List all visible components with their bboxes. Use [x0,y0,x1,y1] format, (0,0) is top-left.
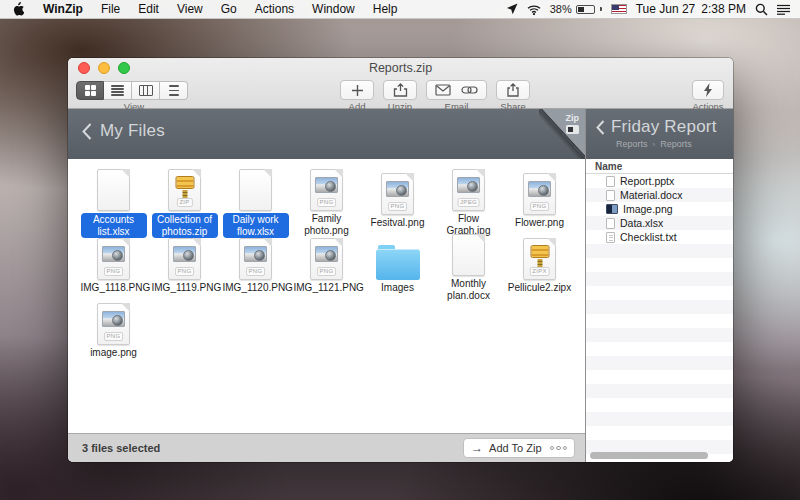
menu-clock[interactable]: Tue Jun 27 2:38 PM [636,2,746,16]
menu-items: FileEditViewGoActionsWindowHelp [92,2,407,16]
breadcrumb-item[interactable]: Reports [660,139,692,149]
file-item[interactable]: ZIPXPellicule2.zipx [504,234,575,299]
menu-item-go[interactable]: Go [212,2,246,16]
zip-file-name: Report.pptx [620,175,674,187]
zip-file-icon: ZIP [168,169,201,211]
keyboard-flag-icon[interactable] [611,4,627,14]
file-item[interactable]: PNGIMG_1119.PNG [149,234,220,299]
notification-center-icon[interactable] [777,4,790,15]
lightning-icon [703,83,713,97]
view-columns-segment[interactable] [132,81,160,100]
png-file-icon: PNG [310,238,343,280]
doc-file-icon [452,234,485,276]
zip-folder-title[interactable]: Friday Report [611,117,717,137]
file-name-label: IMG_1119.PNG [152,282,218,294]
zip-list-row[interactable]: Checklist.txt [586,230,733,244]
file-item[interactable]: PNGFamily photo.png [291,169,362,234]
file-name-label: Images [381,282,414,294]
document-file-icon [606,218,615,229]
wifi-icon[interactable] [527,4,541,15]
location-services-icon[interactable] [506,3,518,15]
menu-item-view[interactable]: View [168,2,212,16]
zip-file-name: Image.png [623,203,673,215]
zip-contents-pane: Friday Report Reports › Reports Name Rep… [585,109,733,462]
file-name-label: IMG_1121.PNG [294,282,360,294]
menu-item-help[interactable]: Help [364,2,407,16]
battery-icon [576,5,595,14]
add-to-zip-button[interactable]: → Add To Zip [463,438,575,458]
file-item[interactable]: Daily work flow.xlsx [220,169,291,234]
file-item[interactable]: Monthly plan.docx [433,234,504,299]
file-name-label: Family photo.png [294,213,360,236]
text-file-icon [606,232,615,243]
breadcrumb-item[interactable]: Reports [616,139,648,149]
more-options-icon[interactable] [550,446,568,451]
file-item[interactable]: PNGIMG_1121.PNG [291,234,362,299]
document-file-icon [606,190,615,201]
view-grid-segment[interactable] [76,81,104,100]
png-file-icon: PNG [97,238,130,280]
my-files-title[interactable]: My Files [100,121,165,141]
zip-corner-badge: Zip [539,109,585,159]
image-thumbnail-icon [606,204,618,214]
file-name-label: Flow Graph.jpg [436,213,502,236]
jpeg-file-icon: JPEG [452,169,485,211]
menu-time: 2:38 PM [701,2,746,16]
friday-report-header: Friday Report Reports › Reports [586,109,733,159]
share-button[interactable]: Share [496,80,530,112]
png-file-icon: PNG [97,303,130,345]
window-title: Reports.zip [68,61,733,75]
actions-button[interactable]: Actions [692,80,724,112]
apple-menu-icon[interactable] [12,2,24,16]
view-coverflow-segment[interactable] [160,81,188,100]
file-name-label: IMG_1118.PNG [81,282,147,294]
file-name-label: image.png [90,347,137,359]
horizontal-scrollbar[interactable] [590,452,708,459]
menu-item-file[interactable]: File [92,2,129,16]
view-list-segment[interactable] [104,81,132,100]
file-item[interactable]: PNGFesitval.png [362,169,433,234]
zip-file-name: Data.xlsx [620,217,663,229]
file-name-label: Flower.png [515,217,564,229]
battery-indicator[interactable]: 38% [550,3,602,15]
file-item[interactable]: PNGIMG_1120.PNG [220,234,291,299]
add-button[interactable]: Add [340,80,374,112]
file-item[interactable]: PNGIMG_1118.PNG [78,234,149,299]
zip-list-row[interactable]: Material.docx [586,188,733,202]
menu-app-name[interactable]: WinZip [34,2,92,16]
plus-icon [351,84,364,97]
file-name-label: Monthly plan.docx [436,278,502,301]
zip-file-list: Report.pptxMaterial.docxImage.pngData.xl… [586,174,733,462]
file-item[interactable]: Images [362,234,433,299]
unzip-button[interactable]: Unzip [383,80,417,112]
back-chevron-icon[interactable] [596,120,605,135]
file-item[interactable]: ZIPCollection of photos.zip [149,169,220,234]
add-to-zip-label: Add To Zip [489,442,541,454]
file-item[interactable]: JPEGFlow Graph.jpg [433,169,504,234]
toolbar-buttons: Add Unzip Email Share [340,80,530,112]
file-name-label: IMG_1120.PNG [223,282,289,294]
email-button[interactable]: Email [426,80,487,112]
zip-list-row[interactable]: Image.png [586,202,733,216]
png-file-icon: PNG [239,238,272,280]
status-bar: 3 files selected → Add To Zip [68,433,585,462]
png-file-icon: PNG [310,169,343,211]
png-file-icon: PNG [523,173,556,215]
menu-item-actions[interactable]: Actions [246,2,303,16]
menu-item-edit[interactable]: Edit [129,2,168,16]
zip-list-row[interactable]: Report.pptx [586,174,733,188]
zip-file-name: Checklist.txt [620,231,677,243]
name-column-header[interactable]: Name [586,159,733,174]
file-item[interactable]: PNGimage.png [78,299,149,364]
file-item[interactable]: PNGFlower.png [504,169,575,234]
file-item[interactable]: Accounts list.xlsx [78,169,149,234]
columns-view-icon [139,85,153,96]
title-bar[interactable]: Reports.zip [68,58,733,78]
menu-status-area: 38% Tue Jun 27 2:38 PM [506,2,800,16]
menu-item-window[interactable]: Window [303,2,364,16]
spotlight-search-icon[interactable] [755,3,768,16]
folder-file-icon [376,245,420,280]
envelope-icon [435,84,451,96]
back-chevron-icon[interactable] [82,123,92,140]
zip-list-row[interactable]: Data.xlsx [586,216,733,230]
